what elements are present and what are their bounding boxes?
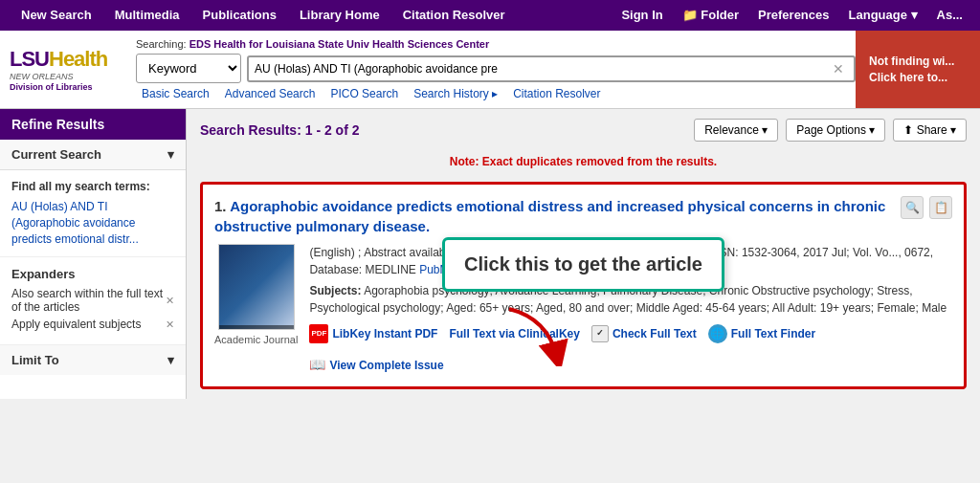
not-finding-banner[interactable]: Not finding wi... Click here to...: [856, 31, 980, 108]
current-search-section[interactable]: Current Search ▾: [0, 140, 186, 170]
search-area: Searching: EDS Health for Louisiana Stat…: [136, 38, 970, 100]
share-button[interactable]: ⬆ Share ▾: [893, 119, 967, 142]
nav-publications[interactable]: Publications: [191, 0, 288, 31]
search-terms-link[interactable]: AU (Holas) AND TI (Agoraphobic avoidance…: [11, 200, 139, 246]
page-options-dropdown[interactable]: Page Options ▾: [786, 119, 885, 142]
logo-division: Division of Libraries: [10, 82, 124, 92]
duplicate-note: Note: Exact duplicates removed from the …: [200, 149, 967, 174]
folder-icon[interactable]: 📋: [929, 196, 952, 219]
result-num: 1.: [214, 198, 227, 214]
keyword-select[interactable]: Keyword: [136, 54, 241, 83]
expander-fulltext: Also search within the full text of the …: [11, 287, 174, 314]
tooltip-overlay: Click this to get the article: [442, 237, 724, 292]
top-navigation: New Search Multimedia Publications Libra…: [0, 0, 980, 31]
nav-folder[interactable]: 📁 Folder: [675, 0, 746, 31]
arrow-overlay: [500, 299, 576, 369]
result-title: 1. Agoraphobic avoidance predicts emotio…: [214, 196, 952, 236]
expander-fulltext-label: Also search within the full text of the …: [11, 287, 166, 314]
preview-icon[interactable]: 🔍: [901, 196, 924, 219]
results-count: Search Results: 1 - 2 of 2: [200, 122, 360, 138]
tooltip-text: Click this to get the article: [464, 253, 702, 274]
expander-subjects-label: Apply equivalent subjects: [11, 318, 141, 331]
nav-language[interactable]: Language ▾: [841, 0, 925, 31]
chevron-down-icon: ▾: [167, 147, 174, 162]
check-fulltext-label: Check Full Text: [612, 325, 697, 342]
limit-to-label: Limit To: [11, 353, 59, 367]
nav-new-search[interactable]: New Search: [10, 0, 103, 31]
limit-to-chevron-icon: ▾: [167, 353, 174, 367]
search-input-wrapper: ✕: [247, 55, 856, 82]
fulltext-finder-label: Full Text Finder: [731, 325, 815, 342]
expander-subjects-remove[interactable]: ✕: [166, 318, 174, 331]
clear-search-icon[interactable]: ✕: [829, 61, 848, 77]
logo: LSUHealth: [10, 47, 124, 72]
link-basic-search[interactable]: Basic Search: [136, 87, 215, 100]
not-finding-text: Not finding wi...: [869, 54, 967, 70]
sidebar: Refine Results Current Search ▾ Find all…: [0, 109, 187, 399]
logo-area: LSUHealth NEW ORLEANS Division of Librar…: [10, 47, 124, 92]
logo-lsu-text: LSU: [10, 47, 49, 71]
expanders-title: Expanders: [11, 267, 174, 281]
click-here-text: Click here to...: [869, 70, 967, 86]
search-links: Basic Search Advanced Search PICO Search…: [136, 87, 970, 100]
fulltext-links: PDF LibKey Instant PDF Full Text via Cli…: [309, 324, 952, 375]
journal-type-label: Academic Journal: [214, 334, 298, 345]
thumbnail-label: [219, 325, 294, 329]
result-action-icons: 🔍 📋: [901, 196, 952, 219]
nav-more[interactable]: As...: [929, 0, 970, 31]
expander-subjects: Apply equivalent subjects ✕: [11, 318, 174, 331]
complete-issue-label: View Complete Issue: [329, 357, 443, 374]
complete-issue-link[interactable]: 📖 View Complete Issue: [309, 355, 443, 375]
link-pico-search[interactable]: PICO Search: [324, 87, 404, 100]
nav-multimedia[interactable]: Multimedia: [103, 0, 191, 31]
nav-sign-in[interactable]: Sign In: [613, 0, 670, 31]
searching-label: Searching: EDS Health for Louisiana Stat…: [136, 38, 970, 50]
pdf-icon: PDF: [309, 324, 328, 343]
result-card: 🔍 📋 1. Agoraphobic avoidance predicts em…: [200, 182, 967, 389]
logo-subtitle: NEW ORLEANS: [10, 72, 124, 82]
top-nav-right: Sign In 📁 Folder Preferences Language ▾ …: [613, 0, 970, 31]
refine-header: Refine Results: [0, 109, 186, 140]
book-icon: 📖: [309, 355, 325, 375]
expander-fulltext-remove[interactable]: ✕: [166, 295, 174, 307]
main-layout: Refine Results Current Search ▾ Find all…: [0, 109, 980, 399]
subjects-label: Subjects:: [309, 284, 361, 297]
result-title-link[interactable]: Agoraphobic avoidance predicts emotional…: [214, 198, 885, 234]
limit-to-section[interactable]: Limit To ▾: [0, 345, 186, 375]
nav-preferences[interactable]: Preferences: [750, 0, 836, 31]
check-icon: ✓: [591, 325, 609, 342]
search-row: Keyword ✕ Search ?: [136, 54, 970, 83]
searching-db: EDS Health for Louisiana State Univ Heal…: [189, 38, 490, 50]
relevance-dropdown[interactable]: Relevance ▾: [694, 119, 778, 142]
article-thumbnail: [218, 244, 295, 330]
link-citation-resolver[interactable]: Citation Resolver: [507, 87, 606, 100]
content-area: Search Results: 1 - 2 of 2 Relevance ▾ P…: [187, 109, 980, 399]
link-advanced-search[interactable]: Advanced Search: [219, 87, 322, 100]
logo-health-text: Health: [49, 47, 107, 71]
check-fulltext-link[interactable]: ✓ Check Full Text: [591, 325, 697, 342]
libkey-label: LibKey Instant PDF: [332, 325, 437, 342]
results-header: Search Results: 1 - 2 of 2 Relevance ▾ P…: [200, 119, 967, 142]
libkey-pdf-link[interactable]: PDF LibKey Instant PDF: [309, 324, 437, 343]
expanders-section: Expanders Also search within the full te…: [0, 257, 186, 345]
search-input[interactable]: [255, 62, 829, 76]
current-search-label: Current Search: [11, 147, 101, 162]
nav-library-home[interactable]: Library Home: [288, 0, 391, 31]
fulltext-finder-link[interactable]: 🌐 Full Text Finder: [708, 324, 815, 343]
link-search-history[interactable]: Search History ▸: [408, 87, 503, 100]
results-controls: Relevance ▾ Page Options ▾ ⬆ Share ▾: [694, 119, 967, 142]
find-all-section: Find all my search terms: AU (Holas) AND…: [0, 170, 186, 257]
globe-icon: 🌐: [708, 324, 727, 343]
site-header: LSUHealth NEW ORLEANS Division of Librar…: [0, 31, 980, 109]
find-all-label: Find all my search terms:: [11, 180, 174, 193]
nav-citation-resolver[interactable]: Citation Resolver: [391, 0, 517, 31]
